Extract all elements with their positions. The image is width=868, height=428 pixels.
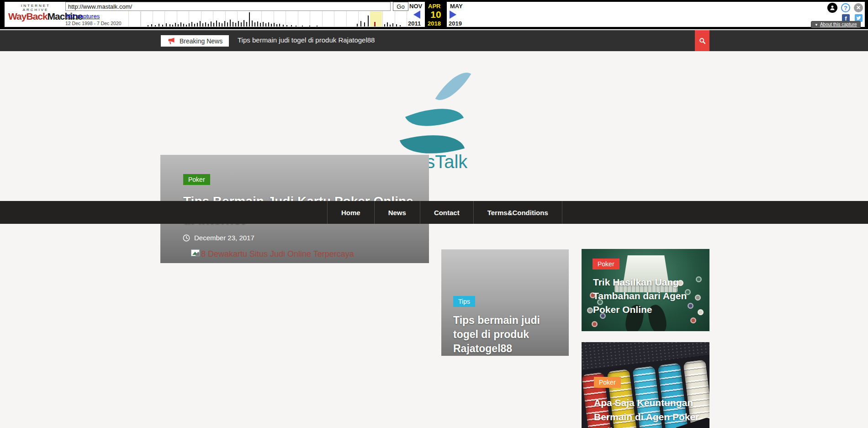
article-card-keuntungan-poker[interactable]: Poker Apa Saja Keuntungan Bermain di Age… [582,342,709,428]
previous-month-label: NOV [409,3,422,10]
capture-bar[interactable] [283,25,284,26]
capture-bar[interactable] [175,23,176,26]
selected-capture-highlight[interactable] [370,11,382,26]
current-day-label: 10 [425,9,447,20]
wayback-machine-logo[interactable]: INTERNET ARCHIVE WayBackMachine [8,4,63,21]
article-title[interactable]: Tips bermain judi togel di produk Rajato… [453,313,563,356]
about-this-capture-button[interactable]: ▼About this capture [811,21,861,28]
nav-item-contact[interactable]: Contact [420,201,474,224]
archive-url-input[interactable] [65,2,391,11]
capture-bar[interactable] [197,23,198,26]
capture-bar[interactable] [357,24,358,26]
capture-bar[interactable] [252,21,253,26]
logo-leaf-middle [405,97,464,138]
capture-bar[interactable] [384,24,385,26]
missing-image-alt-text[interactable]: 8 Dewakartu Situs Judi Online Terpercaya [201,249,354,259]
previous-year-link[interactable]: 2011 [408,20,421,27]
capture-bar[interactable] [224,21,225,26]
capture-bar[interactable] [233,22,233,26]
capture-timeline-sparkline[interactable] [128,11,407,26]
article-card-tips-togel[interactable]: Tips Tips bermain judi togel di produk R… [441,249,569,356]
current-capture-bar[interactable] [374,22,376,26]
capture-bar[interactable] [246,22,247,26]
capture-bar[interactable] [254,22,255,26]
capture-bar[interactable] [227,22,228,26]
help-icon[interactable]: ? [841,3,850,12]
next-capture-arrow[interactable] [450,11,456,19]
capture-bar[interactable] [230,20,231,26]
capture-bar[interactable] [235,23,236,26]
capture-bar[interactable] [286,25,287,26]
category-badge-poker[interactable]: Poker [593,259,619,269]
capture-bar[interactable] [238,21,239,26]
capture-bar[interactable] [263,22,264,26]
breaking-news-badge[interactable]: Breaking News [161,35,229,47]
capture-bar[interactable] [279,24,280,26]
capture-bar[interactable] [148,25,148,26]
nav-item-terms[interactable]: Terms&Conditions [474,201,562,224]
capture-bar[interactable] [211,21,212,26]
capture-bar[interactable] [291,25,292,26]
go-button[interactable]: Go [393,2,408,11]
capture-bar[interactable] [194,24,195,26]
category-badge-poker[interactable]: Poker [183,174,210,185]
capture-bar[interactable] [202,23,203,26]
capture-bar[interactable] [169,24,170,26]
capture-bar[interactable] [268,22,269,26]
capture-bar[interactable] [200,21,201,26]
capture-bar[interactable] [317,26,318,26]
capture-bar[interactable] [387,22,388,26]
capture-bar[interactable] [208,24,209,26]
capture-bar[interactable] [257,21,258,26]
capture-bar[interactable] [296,26,296,26]
capture-bar[interactable] [274,23,275,26]
close-toolbar-icon[interactable]: ✕ [854,3,863,12]
capture-bar[interactable] [155,25,156,26]
category-badge-tips[interactable]: Tips [453,296,475,307]
capture-bar[interactable] [241,22,242,26]
capture-bar[interactable] [213,23,214,26]
profile-icon[interactable] [827,3,837,13]
capture-bar[interactable] [309,26,310,26]
capture-bar[interactable] [400,25,401,26]
capture-bar[interactable] [219,22,220,26]
capture-bar[interactable] [260,23,261,26]
captures-count-link[interactable]: 352 captures [65,13,100,20]
capture-bar[interactable] [360,21,361,26]
next-year-link[interactable]: 2019 [449,20,462,27]
capture-bar[interactable] [166,23,167,26]
nav-item-home[interactable]: Home [328,201,375,224]
article-title[interactable]: Apa Saja Keuntungan Bermain di Agen Poke… [594,396,706,428]
capture-bar[interactable] [172,25,173,26]
capture-bar[interactable] [216,21,217,26]
capture-bar[interactable] [159,24,159,26]
capture-bar[interactable] [302,26,303,26]
capture-bar[interactable] [396,24,397,26]
capture-bar[interactable] [186,25,187,26]
article-title[interactable]: Trik Hasilkan Uang Tambahan dari Agen Po… [593,275,707,317]
previous-capture-arrow[interactable] [413,11,420,19]
capture-bar[interactable] [151,24,152,26]
capture-bar[interactable] [205,22,206,26]
capture-bar[interactable] [189,23,190,26]
ticker-headline[interactable]: Tips bermain judi togel di produk Rajato… [238,36,375,44]
capture-bar[interactable] [180,22,181,26]
capture-bar[interactable] [364,22,365,26]
capture-bar[interactable] [276,24,277,26]
capture-bar[interactable] [183,24,184,26]
capture-bar[interactable] [191,22,192,26]
nav-item-news[interactable]: News [375,201,420,224]
search-button[interactable] [695,30,709,51]
capture-bar[interactable] [392,23,393,26]
capture-bar[interactable] [271,24,272,26]
capture-bar[interactable] [243,20,244,26]
capture-bar[interactable] [178,24,179,26]
capture-bar[interactable] [390,25,391,26]
category-badge-poker[interactable]: Poker [594,377,621,388]
capture-bar[interactable] [249,12,250,26]
capture-bar[interactable] [222,23,222,26]
capture-bar[interactable] [162,25,163,26]
capture-bar[interactable] [368,16,369,26]
article-card-trik-poker[interactable]: Poker Trik Hasilkan Uang Tambahan dari A… [582,249,709,331]
capture-bar[interactable] [265,23,266,26]
